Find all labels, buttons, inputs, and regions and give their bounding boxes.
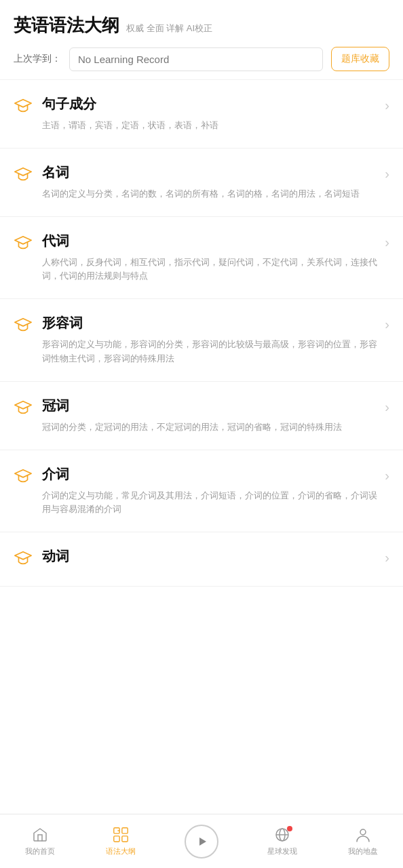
sentence-components-desc: 主语，谓语，宾语，定语，状语，表语，补语: [42, 119, 378, 133]
nav-label-discover: 星球发现: [267, 846, 297, 856]
nav-label-profile: 我的地盘: [348, 846, 378, 856]
articles-title: 冠词: [42, 397, 378, 415]
sentence-components-chevron: ›: [385, 98, 389, 113]
adjectives-content: 形容词形容词的定义与功能，形容词的分类，形容词的比较级与最高级，形容词的位置，形…: [42, 314, 378, 366]
grammar-item-verbs[interactable]: 动词›: [0, 532, 403, 587]
grammar-item-pronouns[interactable]: 代词人称代词，反身代词，相互代词，指示代词，疑问代词，不定代词，关系代词，连接代…: [0, 217, 403, 300]
nouns-content: 名词名词的定义与分类，名词的数，名词的所有格，名词的格，名词的用法，名词短语: [42, 163, 378, 201]
svg-point-16: [360, 829, 366, 835]
nouns-icon: [14, 165, 33, 184]
grammar-item-sentence-components[interactable]: 句子成分主语，谓语，宾语，定语，状语，表语，补语›: [0, 80, 403, 149]
verbs-chevron: ›: [385, 550, 389, 566]
svg-marker-6: [15, 552, 31, 559]
nav-item-grammar[interactable]: 语法大纲: [81, 826, 161, 856]
nav-item-discover[interactable]: 星球发现: [242, 826, 322, 856]
articles-content: 冠词冠词的分类，定冠词的用法，不定冠词的用法，冠词的省略，冠词的特殊用法: [42, 397, 378, 435]
collect-button[interactable]: 题库收藏: [331, 47, 389, 71]
nouns-desc: 名词的定义与分类，名词的数，名词的所有格，名词的格，名词的用法，名词短语: [42, 187, 378, 201]
verbs-icon: [14, 549, 33, 568]
discover-notification-dot: [287, 826, 292, 831]
grammar-icon: [112, 826, 130, 844]
nav-item-profile[interactable]: 我的地盘: [322, 826, 403, 856]
profile-icon: [354, 826, 372, 844]
prepositions-chevron: ›: [385, 468, 389, 484]
nouns-chevron: ›: [385, 166, 389, 182]
prepositions-icon: [14, 467, 33, 486]
header-subtitle: 权威 全面 详解 AI校正: [126, 22, 212, 35]
grammar-list: 句子成分主语，谓语，宾语，定语，状语，表语，补语› 名词名词的定义与分类，名词的…: [0, 80, 403, 641]
articles-chevron: ›: [385, 399, 389, 415]
adjectives-chevron: ›: [385, 317, 389, 332]
sentence-components-content: 句子成分主语，谓语，宾语，定语，状语，表语，补语: [42, 95, 378, 133]
last-learned-label: 上次学到：: [14, 53, 61, 65]
home-icon: [31, 826, 49, 844]
nav-item-play[interactable]: [161, 825, 242, 859]
svg-marker-4: [15, 401, 31, 408]
last-learned-input[interactable]: [69, 47, 323, 71]
nav-label-home: 我的首页: [25, 846, 55, 856]
verbs-title: 动词: [42, 547, 378, 566]
svg-marker-3: [15, 319, 31, 326]
svg-marker-2: [15, 236, 31, 243]
play-button[interactable]: [185, 825, 218, 859]
adjectives-icon: [14, 315, 33, 334]
prepositions-content: 介词介词的定义与功能，常见介词及其用法，介词短语，介词的位置，介词的省略，介词误…: [42, 465, 378, 517]
svg-marker-5: [15, 469, 31, 477]
svg-rect-9: [114, 836, 119, 842]
sentence-components-title: 句子成分: [42, 95, 378, 113]
nav-label-grammar: 语法大纲: [106, 846, 136, 856]
grammar-item-nouns[interactable]: 名词名词的定义与分类，名词的数，名词的所有格，名词的格，名词的用法，名词短语›: [0, 149, 403, 217]
grammar-item-adjectives[interactable]: 形容词形容词的定义与功能，形容词的分类，形容词的比较级与最高级，形容词的位置，形…: [0, 299, 403, 382]
svg-rect-8: [122, 828, 128, 833]
grammar-item-prepositions[interactable]: 介词介词的定义与功能，常见介词及其用法，介词短语，介词的位置，介词的省略，介词误…: [0, 450, 403, 533]
pronouns-content: 代词人称代词，反身代词，相互代词，指示代词，疑问代词，不定代词，关系代词，连接代…: [42, 232, 378, 284]
adjectives-title: 形容词: [42, 314, 378, 332]
page-title: 英语语法大纲: [14, 14, 119, 37]
grammar-item-articles[interactable]: 冠词冠词的分类，定冠词的用法，不定冠词的用法，冠词的省略，冠词的特殊用法›: [0, 382, 403, 450]
svg-marker-0: [15, 100, 31, 107]
nouns-title: 名词: [42, 163, 378, 182]
adjectives-desc: 形容词的定义与功能，形容词的分类，形容词的比较级与最高级，形容词的位置，形容词性…: [42, 338, 378, 366]
articles-icon: [14, 398, 33, 417]
svg-marker-12: [199, 837, 206, 846]
pronouns-icon: [14, 233, 33, 252]
pronouns-title: 代词: [42, 232, 378, 250]
pronouns-desc: 人称代词，反身代词，相互代词，指示代词，疑问代词，不定代词，关系代词，连接代词，…: [42, 256, 378, 284]
prepositions-title: 介词: [42, 465, 378, 484]
articles-desc: 冠词的分类，定冠词的用法，不定冠词的用法，冠词的省略，冠词的特殊用法: [42, 420, 378, 435]
pronouns-chevron: ›: [385, 235, 389, 250]
header: 英语语法大纲 权威 全面 详解 AI校正 上次学到： 题库收藏: [0, 0, 403, 80]
verbs-content: 动词: [42, 547, 378, 571]
svg-rect-10: [122, 836, 128, 842]
prepositions-desc: 介词的定义与功能，常见介词及其用法，介词短语，介词的位置，介词的省略，介词误用与…: [42, 489, 378, 517]
bottom-nav: 我的首页 语法大纲: [0, 814, 403, 868]
sentence-components-icon: [14, 96, 33, 115]
svg-marker-1: [15, 167, 31, 175]
nav-item-home[interactable]: 我的首页: [0, 826, 81, 856]
